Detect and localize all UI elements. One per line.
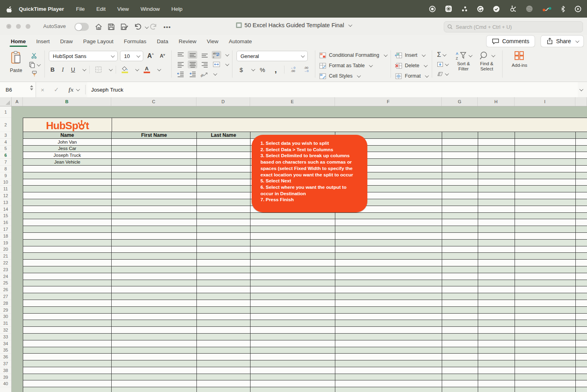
cell-I24[interactable] (515, 273, 576, 280)
cell-G24[interactable] (442, 273, 478, 280)
font-size-select[interactable]: 10 (120, 51, 143, 61)
cell-E38[interactable] (250, 367, 335, 374)
minimize-window-button[interactable] (16, 24, 21, 29)
format-as-table-button[interactable]: Format as Table (319, 61, 387, 70)
cell-I22[interactable] (515, 260, 576, 266)
row-header-21[interactable]: 21 (0, 253, 11, 260)
cell-E37[interactable] (250, 360, 335, 367)
cell-G19[interactable] (442, 240, 478, 246)
save-icon[interactable] (106, 22, 116, 31)
cell-B23[interactable] (23, 266, 112, 273)
cell-C41[interactable] (112, 387, 197, 392)
cell-C9[interactable] (112, 172, 197, 179)
playback-icon[interactable] (575, 6, 581, 12)
cell-reference-box[interactable]: B6 (0, 82, 36, 97)
cell-x12[interactable] (576, 192, 587, 199)
cell-C30[interactable] (112, 314, 197, 320)
cell-H33[interactable] (478, 334, 515, 340)
cell-B19[interactable] (23, 240, 112, 246)
cell-B24[interactable] (23, 273, 112, 280)
cell-I26[interactable] (515, 286, 576, 293)
cell-G36[interactable] (442, 354, 478, 360)
cell-x32[interactable] (576, 327, 587, 333)
cell-x24[interactable] (576, 273, 587, 280)
cell-B36[interactable] (23, 354, 112, 360)
cell-H16[interactable] (478, 219, 515, 226)
cell-H12[interactable] (478, 192, 515, 199)
cell-F23[interactable] (335, 266, 442, 273)
cell-G6[interactable] (442, 152, 478, 158)
cell-G41[interactable] (442, 387, 478, 392)
cell-I25[interactable] (515, 280, 576, 286)
cell-C24[interactable] (112, 273, 197, 280)
column-header-H[interactable]: H (478, 97, 515, 106)
fill-button[interactable] (436, 60, 449, 68)
row-header-16[interactable]: 16 (0, 219, 11, 226)
cell-I34[interactable] (515, 340, 576, 347)
find-select-button[interactable]: Find & Select (475, 51, 498, 78)
cell-E28[interactable] (250, 300, 335, 306)
comments-button[interactable]: Comments (486, 35, 535, 47)
cell-C8[interactable] (112, 166, 197, 172)
name-box-stepper[interactable] (30, 85, 33, 90)
align-bottom-button[interactable] (200, 51, 209, 59)
cell-D19[interactable] (197, 240, 250, 246)
cell-F39[interactable] (335, 374, 442, 380)
cell-D41[interactable] (197, 387, 250, 392)
row-header-2[interactable]: 2 (0, 118, 11, 132)
cell-C16[interactable] (112, 219, 197, 226)
cell-D5[interactable] (197, 146, 250, 152)
cell-D3[interactable]: Last Name (197, 132, 250, 138)
cell-D10[interactable] (197, 179, 250, 186)
cell-D17[interactable] (197, 226, 250, 232)
column-header-partial[interactable] (575, 97, 587, 106)
cell-F25[interactable] (335, 280, 442, 286)
cell-E30[interactable] (250, 314, 335, 320)
cell-E39[interactable] (250, 374, 335, 380)
cell-D37[interactable] (197, 360, 250, 367)
cell-C33[interactable] (112, 334, 197, 340)
cell-x41[interactable] (576, 387, 587, 392)
cell[interactable] (12, 199, 23, 206)
cell[interactable] (12, 192, 23, 199)
row-header-27[interactable]: 27 (0, 293, 11, 300)
cell-x6[interactable] (576, 152, 587, 158)
cell-C27[interactable] (112, 293, 197, 300)
cell-D13[interactable] (197, 199, 250, 206)
cell-D23[interactable] (197, 266, 250, 273)
cell-C36[interactable] (112, 354, 197, 360)
cell[interactable] (12, 293, 23, 300)
cell-H6[interactable] (478, 152, 515, 158)
search-input[interactable] (455, 24, 579, 30)
fill-color-button[interactable] (120, 66, 130, 74)
cell-x13[interactable] (576, 199, 587, 206)
cell-B25[interactable] (23, 280, 112, 286)
cell-I14[interactable] (515, 206, 576, 212)
cell-B4[interactable]: John Van (23, 139, 112, 145)
cell[interactable] (12, 132, 23, 139)
cell-G7[interactable] (442, 159, 478, 165)
decrease-font-button[interactable]: Av (158, 52, 167, 60)
merge-center-button-chevron[interactable] (225, 62, 229, 66)
cell-I40[interactable] (515, 380, 576, 387)
cell[interactable] (12, 320, 23, 327)
insert-cells-button[interactable]: Insert (395, 51, 428, 60)
cell-B22[interactable] (23, 260, 112, 266)
tab-home[interactable]: Home (6, 35, 31, 47)
cell-D12[interactable] (197, 192, 250, 199)
cell-C6[interactable] (112, 152, 197, 158)
cell-H9[interactable] (478, 172, 515, 179)
cell[interactable] (12, 166, 23, 172)
cell-x17[interactable] (576, 226, 587, 232)
cell-H41[interactable] (478, 387, 515, 392)
cell[interactable] (12, 354, 23, 360)
font-name-select[interactable]: HubSpot Sans (49, 51, 118, 61)
cell-B7[interactable]: Jean Vehicle (23, 159, 112, 165)
borders-menu-chevron[interactable] (109, 67, 113, 71)
cell-I37[interactable] (515, 360, 576, 367)
row-header-8[interactable]: 8 (0, 166, 11, 172)
increase-font-button[interactable]: A^ (146, 52, 155, 60)
align-top-button[interactable] (176, 51, 185, 59)
cell-B40[interactable] (23, 380, 112, 387)
cell-F15[interactable] (335, 213, 442, 219)
